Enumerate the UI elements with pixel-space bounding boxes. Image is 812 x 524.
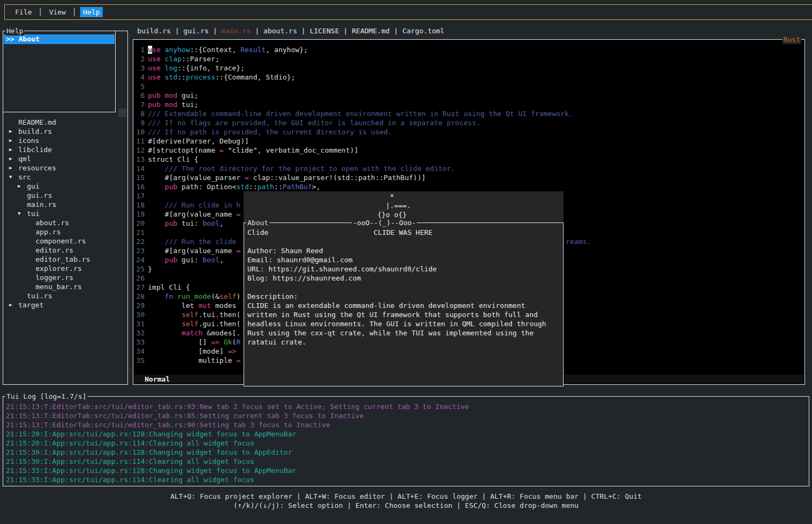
explorer-item-target[interactable]: ▶target <box>4 300 127 310</box>
tab-README.md[interactable]: README.md <box>352 27 389 35</box>
explorer-item-tui.rs[interactable]: tui.rs <box>4 291 127 300</box>
code-token: gui; <box>177 91 198 99</box>
code-line[interactable]: 10/// If no path is provided, the curren… <box>134 127 804 137</box>
explorer-item-tui[interactable]: ▼tui <box>4 209 127 218</box>
explorer-item-explorer.rs[interactable]: explorer.rs <box>4 264 127 273</box>
code-token: , anyhow}; <box>266 46 308 54</box>
menu-item-view[interactable]: View <box>46 7 68 17</box>
code-token: => <box>228 347 237 355</box>
explorer-item-menu_bar.rs[interactable]: menu_bar.rs <box>4 282 127 291</box>
code-line[interactable]: 15 #[arg(value_parser = clap::value_pars… <box>134 173 804 182</box>
line-number: 14 <box>134 164 145 173</box>
code-line[interactable]: 7pub mod tui; <box>134 100 804 109</box>
collapsed-arrow-icon: ▶ <box>18 182 27 191</box>
code-token: process <box>186 73 215 81</box>
about-text-row: written in Rust using the Qt UI framewor… <box>247 310 562 319</box>
line-number: 17 <box>134 191 145 200</box>
code-token: /// Extendable command-line driven devel… <box>148 110 573 118</box>
code-line[interactable]: 14 /// The root directory for the projec… <box>134 164 804 173</box>
code-token: = <box>236 210 240 218</box>
explorer-item-editor.rs[interactable]: editor.rs <box>4 246 127 255</box>
code-token: "clide" <box>228 146 258 154</box>
code-token: let <box>148 302 198 310</box>
about-text-row <box>247 283 562 292</box>
code-line[interactable]: 5 <box>134 82 804 91</box>
tab-gui.rs[interactable]: gui.rs <box>183 27 209 35</box>
code-token: #[derive(Parser, Debug)] <box>148 137 249 145</box>
tab-about.rs[interactable]: about.rs <box>263 27 297 35</box>
code-token: /// If no path is provided, the current … <box>148 128 392 136</box>
tab-LICENSE[interactable]: LICENSE <box>310 27 339 35</box>
explorer-item-label: resources <box>18 163 56 173</box>
code-line[interactable]: 2use clap::Parser; <box>134 54 804 63</box>
code-token: pub <box>148 101 160 109</box>
menu-item-help[interactable]: Help <box>80 7 102 17</box>
explorer-item-component.rs[interactable]: component.rs <box>4 236 127 246</box>
line-number: 16 <box>134 182 145 191</box>
tab-build.rs[interactable]: build.rs <box>137 27 171 35</box>
tab-main.rs[interactable]: main.rs <box>222 27 251 35</box>
explorer-item-about.rs[interactable]: about.rs <box>4 218 127 227</box>
code-token: ::Parser; <box>182 55 219 63</box>
code-token: ) <box>236 292 240 300</box>
code-token: pub <box>165 256 177 264</box>
menu-bar: File│View│Help <box>4 4 812 20</box>
log-entries: 21:15:13:T:EditorTab:src/tui/editor_tab.… <box>6 402 808 484</box>
line-number: 18 <box>134 200 145 210</box>
explorer-item-gui.rs[interactable]: gui.rs <box>4 191 127 200</box>
tab-separator: | <box>209 27 221 35</box>
code-line[interactable]: 11#[derive(Parser, Debug)] <box>134 137 804 146</box>
explorer-item-gui[interactable]: ▶gui <box>4 182 127 191</box>
code-line[interactable]: 16 pub path: Option<std::path::PathBuf>, <box>134 182 804 191</box>
code-token: match <box>182 329 203 337</box>
code-token <box>173 292 177 300</box>
line-number: 2 <box>134 54 145 63</box>
about-text-row: Author: Shaun Reed <box>247 246 562 255</box>
code-token: #[arg(value_parser <box>148 174 245 182</box>
code-line[interactable]: 8/// Extendable command-line driven deve… <box>134 109 804 118</box>
explorer-scrollbar-thumb[interactable] <box>118 109 126 117</box>
about-popup-box: About -ooO--(_)--Ooo- Clide CLIDE WAS HE… <box>244 222 564 386</box>
explorer-item-editor_tab.rs[interactable]: editor_tab.rs <box>4 255 127 264</box>
tab-separator: | <box>390 27 402 35</box>
code-token: self <box>219 292 236 300</box>
code-token: = <box>219 146 224 154</box>
code-line[interactable]: 6pub mod gui; <box>134 91 804 100</box>
code-line[interactable]: 1use anyhow::{Context, Result, anyhow}; <box>134 45 804 54</box>
dropdown-item-about[interactable]: >> About <box>4 34 115 44</box>
line-number: 34 <box>134 347 145 356</box>
code-token: mut <box>198 302 211 310</box>
code-line[interactable]: 4use std::process::{Command, Stdio}; <box>134 73 804 82</box>
explorer-item-logger.rs[interactable]: logger.rs <box>4 273 127 282</box>
line-number: 21 <box>134 228 145 237</box>
menu-item-file[interactable]: File <box>12 7 34 17</box>
explorer-item-main.rs[interactable]: main.rs <box>4 200 127 209</box>
code-line[interactable]: 12#[structopt(name = "clide", verbatim_d… <box>134 146 804 155</box>
explorer-item-libclide[interactable]: ▶libclide <box>4 145 127 154</box>
explorer-item-label: component.rs <box>35 236 86 246</box>
tab-Cargo.toml[interactable]: Cargo.toml <box>402 27 444 35</box>
explorer-item-icons[interactable]: ▶icons <box>4 136 127 145</box>
explorer-item-qml[interactable]: ▶qml <box>4 154 127 163</box>
collapsed-arrow-icon: ▶ <box>9 136 18 145</box>
code-line[interactable]: 13struct Cli { <box>134 155 804 164</box>
line-number: 22 <box>134 237 145 246</box>
line-number: 7 <box>134 100 145 109</box>
explorer-item-README.md[interactable]: README.md <box>4 118 127 127</box>
code-token <box>148 256 165 264</box>
about-text-row: URL: https://git.shaunreed.com/shaunrd0/… <box>247 264 562 274</box>
code-token: impl Cli { <box>148 283 190 291</box>
explorer-item-src[interactable]: ▼src <box>4 173 127 182</box>
line-number: 25 <box>134 264 145 274</box>
code-line[interactable]: 3use log::{info, trace}; <box>134 63 804 73</box>
code-token: bool <box>203 256 219 264</box>
shortcut-help-bar: ALT+Q: Focus project explorer | ALT+W: F… <box>0 492 812 510</box>
code-token: u <box>148 46 152 54</box>
code-line[interactable]: 9/// If no flags are provided, the GUI e… <box>134 118 804 127</box>
tab-separator: | <box>297 27 309 35</box>
explorer-item-build.rs[interactable]: ▶build.rs <box>4 127 127 136</box>
explorer-item-app.rs[interactable]: app.rs <box>4 227 127 236</box>
explorer-item-resources[interactable]: ▶resources <box>4 163 127 173</box>
code-token: run_mode <box>177 292 211 300</box>
line-number: 3 <box>134 63 145 73</box>
